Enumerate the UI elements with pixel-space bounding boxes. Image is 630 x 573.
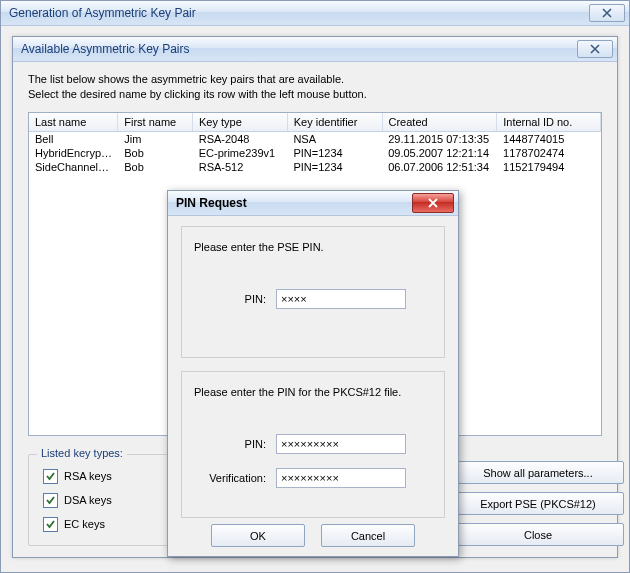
chk-rsa[interactable]: RSA keys [43, 467, 112, 485]
col-keyid[interactable]: Key identifier [288, 113, 383, 131]
table-cell: HybridEncrypti... [29, 146, 118, 160]
pse-prompt: Please enter the PSE PIN. [194, 241, 324, 253]
table-cell: 1178702474 [497, 146, 601, 160]
intro-line: Select the desired name by clicking its … [28, 87, 367, 102]
pin-label: PIN: [194, 438, 266, 450]
table-cell: 06.07.2006 12:51:34 [382, 160, 497, 174]
table-cell: Jim [118, 132, 193, 146]
pkcs-verify-input[interactable] [276, 468, 406, 488]
col-keytype[interactable]: Key type [193, 113, 288, 131]
close-icon[interactable] [589, 4, 625, 22]
check-icon [43, 493, 58, 508]
table-cell: 1152179494 [497, 160, 601, 174]
col-created[interactable]: Created [383, 113, 498, 131]
table-cell: 1448774015 [497, 132, 601, 146]
close-button[interactable]: Close [452, 523, 624, 546]
title-outer: Generation of Asymmetric Key Pair [9, 6, 589, 20]
export-pse-button[interactable]: Export PSE (PKCS#12) [452, 492, 624, 515]
table-cell: Bob [118, 146, 193, 160]
close-icon[interactable] [577, 40, 613, 58]
pse-pin-input[interactable] [276, 289, 406, 309]
table-cell: PIN=1234 [287, 146, 382, 160]
chk-dsa[interactable]: DSA keys [43, 491, 112, 509]
table-cell: SideChannelAt... [29, 160, 118, 174]
check-icon [43, 517, 58, 532]
table-cell: RSA-2048 [193, 132, 288, 146]
list-header: Last name First name Key type Key identi… [29, 113, 601, 132]
title-middle: Available Asymmetric Key Pairs [21, 42, 577, 56]
col-internalid[interactable]: Internal ID no. [497, 113, 601, 131]
pkcs-prompt: Please enter the PIN for the PKCS#12 fil… [194, 386, 401, 398]
chk-label: DSA keys [64, 494, 112, 506]
table-cell: NSA [287, 132, 382, 146]
title-dialog: PIN Request [176, 196, 412, 210]
intro-line: The list below shows the asymmetric key … [28, 72, 367, 87]
close-icon[interactable] [412, 193, 454, 213]
show-all-params-button[interactable]: Show all parameters... [452, 461, 624, 484]
col-lastname[interactable]: Last name [29, 113, 118, 131]
pin-label: PIN: [194, 293, 266, 305]
chk-ec[interactable]: EC keys [43, 515, 112, 533]
table-row[interactable]: SideChannelAt...BobRSA-512PIN=123406.07.… [29, 160, 601, 174]
group-pkcs-pin: Please enter the PIN for the PKCS#12 fil… [181, 371, 445, 518]
table-cell: Bell [29, 132, 118, 146]
check-icon [43, 469, 58, 484]
legend-listed: Listed key types: [37, 447, 127, 459]
titlebar-dialog: PIN Request [168, 191, 458, 216]
chk-label: EC keys [64, 518, 105, 530]
verification-label: Verification: [194, 472, 266, 484]
table-row[interactable]: BellJimRSA-2048NSA29.11.2015 07:13:35144… [29, 132, 601, 146]
table-row[interactable]: HybridEncrypti...BobEC-prime239v1PIN=123… [29, 146, 601, 160]
group-pse-pin: Please enter the PSE PIN. PIN: [181, 226, 445, 358]
intro-text: The list below shows the asymmetric key … [28, 72, 367, 102]
chk-label: RSA keys [64, 470, 112, 482]
table-cell: 29.11.2015 07:13:35 [382, 132, 497, 146]
col-firstname[interactable]: First name [118, 113, 193, 131]
titlebar-outer: Generation of Asymmetric Key Pair [1, 1, 629, 26]
table-cell: RSA-512 [193, 160, 288, 174]
dialog-pin-request: PIN Request Please enter the PSE PIN. PI… [167, 190, 459, 557]
table-cell: 09.05.2007 12:21:14 [382, 146, 497, 160]
table-cell: Bob [118, 160, 193, 174]
client-dialog: Please enter the PSE PIN. PIN: Please en… [169, 216, 457, 555]
cancel-button[interactable]: Cancel [321, 524, 415, 547]
pkcs-pin-input[interactable] [276, 434, 406, 454]
table-cell: PIN=1234 [287, 160, 382, 174]
table-cell: EC-prime239v1 [193, 146, 288, 160]
titlebar-middle: Available Asymmetric Key Pairs [13, 37, 617, 62]
ok-button[interactable]: OK [211, 524, 305, 547]
